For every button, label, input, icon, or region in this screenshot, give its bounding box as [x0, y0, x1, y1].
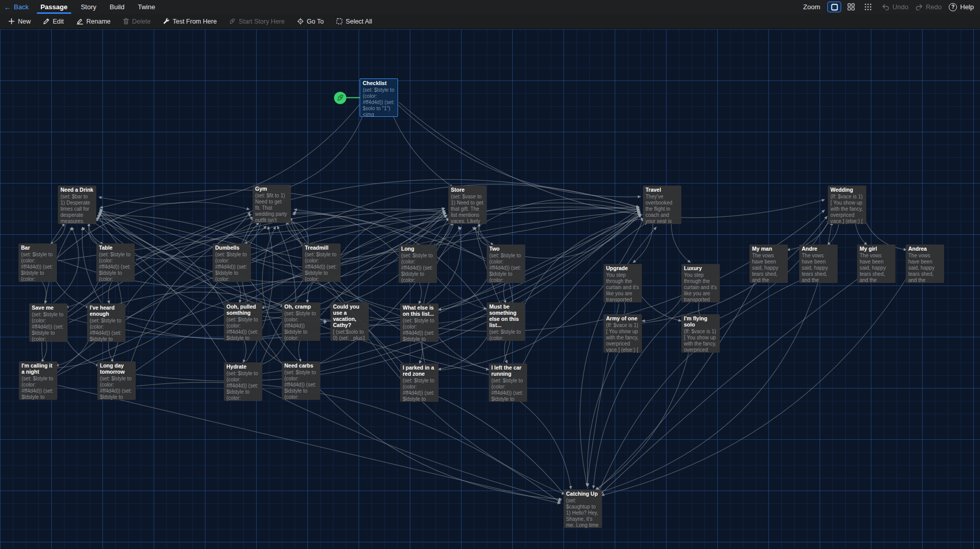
passage-link-line — [504, 280, 506, 303]
passage-node-callingnight[interactable]: I'm calling it a night(set: $lstyle to (… — [19, 361, 57, 400]
passage-link-line — [827, 221, 839, 245]
passage-node-andre[interactable]: AndreThe vows have been said, happy tear… — [799, 245, 838, 283]
passage-node-two[interactable]: Two(set: $lstyle to (color: #ff4d4d)) (s… — [487, 245, 525, 283]
passage-node-bar[interactable]: Bar(set: $lstyle to (color: #ff4d4d)) (s… — [18, 243, 57, 282]
delete-label: Delete — [132, 18, 151, 25]
zoom-medium-button[interactable] — [844, 2, 858, 12]
tab-passage[interactable]: Passage — [34, 0, 74, 14]
passage-link-line — [277, 226, 296, 302]
start-rocket-badge — [334, 92, 346, 104]
passage-link-line — [420, 339, 423, 363]
tab-build[interactable]: Build — [103, 0, 131, 14]
passage-title: Catching Up — [566, 491, 599, 497]
dashed-square-icon — [336, 18, 343, 25]
passage-link-line — [596, 222, 832, 493]
passage-title: Dumbells — [215, 245, 248, 251]
zoom-label: Zoom — [803, 3, 820, 11]
zoom-large-button[interactable] — [827, 2, 841, 12]
passage-node-flyingsolo[interactable]: I'm flying solo(If: $vace is 1) [ You sh… — [681, 314, 720, 353]
passage-node-needcarbs[interactable]: Need carbs(set: $lstyle to (color: #ff4d… — [282, 361, 320, 400]
redo-button[interactable]: Redo — [915, 3, 942, 11]
passage-node-whatelse[interactable]: What else is on this list...(set: $lstyl… — [400, 303, 439, 342]
passage-node-redzone[interactable]: I parked in a red zone(set: $lstyle to (… — [400, 363, 439, 402]
passage-link-line — [518, 400, 571, 489]
tab-story[interactable]: Story — [74, 0, 103, 14]
passage-link-line — [856, 221, 867, 245]
passage-node-ooh[interactable]: Ooh, pulled somthing(set: $lstyle to (co… — [224, 302, 262, 341]
test-from-here-button[interactable]: Test From Here — [158, 16, 222, 27]
passage-node-vacation[interactable]: Could you use a vacation, Cathy?[ (set:$… — [330, 302, 369, 341]
passage-node-luxury[interactable]: LuxuryYou step through the curtain and i… — [681, 264, 720, 302]
story-map-canvas[interactable]: Checklist(set: $lstyle to (color: #ff4d4… — [0, 29, 980, 549]
passage-title: Hydrate — [226, 364, 260, 370]
passage-node-treadmill[interactable]: Treadmill(set: $lstyle to (color: #ff4d4… — [302, 243, 341, 282]
passage-node-gym[interactable]: Gym(set: $fit to 1) Need to get fit. Tha… — [253, 185, 291, 223]
passage-node-catchingup[interactable]: Catching Up(set: $caughtup to 1) Hello? … — [564, 490, 602, 528]
passage-node-mygirl[interactable]: My girlThe vows have been said, happy te… — [857, 245, 895, 283]
menu-bar: ← Back Passage Story Build Twine Zoom — [0, 0, 980, 14]
passage-node-cramp[interactable]: Oh, cramp(set: $lstyle to (color: #ff4d4… — [282, 302, 320, 341]
new-passage-button[interactable]: New — [3, 16, 36, 27]
connection-lines-layer — [0, 29, 980, 549]
passage-node-upgrade[interactable]: UpgradeYou step through the curtain and … — [603, 264, 642, 302]
passage-node-dumbells[interactable]: Dumbells(set: $lstyle to (color: #ff4d4d… — [213, 243, 251, 282]
delete-passage-button[interactable]: Delete — [118, 16, 156, 27]
passage-link-line — [439, 275, 489, 310]
passage-title: My man — [752, 246, 785, 252]
passage-title: Could you use a vacation, Cathy? — [333, 304, 366, 329]
passage-node-andrea[interactable]: AndreaThe vows have been said, happy tea… — [906, 245, 944, 283]
help-question-icon: ? — [949, 3, 957, 11]
select-all-button[interactable]: Select All — [331, 16, 377, 27]
passage-excerpt: (set: $vase to 1) Need to get that gift.… — [451, 194, 484, 224]
passage-node-heardenough[interactable]: I've heard enough(set: $lstyle to (color… — [87, 303, 126, 342]
undo-button[interactable]: Undo — [882, 3, 908, 11]
passage-title: Need carbs — [284, 363, 318, 369]
back-button[interactable]: ← Back — [0, 0, 34, 14]
rename-icon — [76, 18, 84, 25]
passage-excerpt: (set: $lstyle to (color: #ff4d4d)) (set:… — [90, 318, 123, 342]
menubar-right-controls: Zoom — [803, 0, 980, 14]
passage-link-line — [88, 221, 103, 244]
passage-node-table[interactable]: Table(set: $lstyle to (color: #ff4d4d)) … — [96, 243, 135, 282]
passage-title: Upgrade — [606, 266, 639, 272]
passage-node-needdrink[interactable]: Need a Drink(set: $bar to 1) Desperate t… — [58, 186, 96, 224]
select-all-label: Select All — [346, 18, 372, 25]
passage-link-line — [235, 279, 241, 303]
passage-node-checklist[interactable]: Checklist(set: $lstyle to (color: #ff4d4… — [360, 78, 398, 117]
rename-passage-button[interactable]: Rename — [71, 16, 116, 27]
help-button[interactable]: ? Help — [949, 3, 974, 11]
passage-excerpt: (set: $lstyle to (color: #ff4d4d)) (set:… — [363, 87, 395, 117]
passage-node-hydrate[interactable]: Hydrate(set: $lstyle to (color: #ff4d4d)… — [224, 362, 262, 401]
passage-title: I parked in a red zone — [403, 365, 436, 377]
passage-node-carrunning[interactable]: I left the car running(set: $lstyle to (… — [489, 363, 527, 402]
undo-arrow-icon — [882, 4, 889, 10]
passage-excerpt: [ (set:$solo to 0) (set: _plus1 to "Cath… — [333, 329, 366, 341]
passage-node-wedding[interactable]: Wedding(If: $vace is 1) [ You show up wi… — [828, 186, 866, 224]
passage-excerpt: (set: $lstyle to (color: #ff4d4d)) (set:… — [226, 371, 260, 401]
passage-node-myman[interactable]: My manThe vows have been said, happy tea… — [749, 245, 788, 283]
tab-twine[interactable]: Twine — [131, 0, 162, 14]
zoom-small-button[interactable] — [861, 2, 875, 12]
passage-link-line — [66, 276, 100, 307]
passage-node-store[interactable]: Store(set: $vase to 1) Need to get that … — [448, 186, 487, 224]
passage-title: Army of one — [606, 316, 639, 322]
passage-title: Must be something else on this list... — [489, 304, 523, 329]
passage-node-travel[interactable]: TravelThey've overbooked the flight in c… — [643, 186, 681, 224]
passage-link-line — [671, 223, 691, 262]
edit-passage-button[interactable]: Edit — [38, 16, 69, 27]
passage-node-mustbe[interactable]: Must be something else on this list...(s… — [487, 302, 525, 341]
passage-title: Wedding — [830, 187, 864, 193]
redo-arrow-icon — [915, 4, 923, 10]
passage-node-longday[interactable]: Long day tomorrow(set: $lstyle to (color… — [97, 361, 136, 400]
passage-link-line — [243, 338, 246, 362]
passage-link-line — [290, 218, 491, 371]
passage-node-long[interactable]: Long(set: $lstyle to (color: #ff4d4d)) (… — [399, 245, 437, 283]
zoom-level-group — [827, 2, 875, 12]
go-to-button[interactable]: Go To — [292, 16, 329, 27]
start-story-here-button[interactable]: Start Story Here — [224, 16, 290, 27]
four-squares-icon — [847, 3, 855, 11]
passage-node-armyofone[interactable]: Army of one(If: $vace is 1) [ You show u… — [603, 314, 642, 353]
passage-excerpt: (If: $vace is 1) [ You show up with the … — [684, 329, 717, 353]
passage-node-saveme[interactable]: Save me(set: $lstyle to (color: #ff4d4d)… — [29, 303, 68, 342]
passage-link-line — [99, 105, 360, 204]
